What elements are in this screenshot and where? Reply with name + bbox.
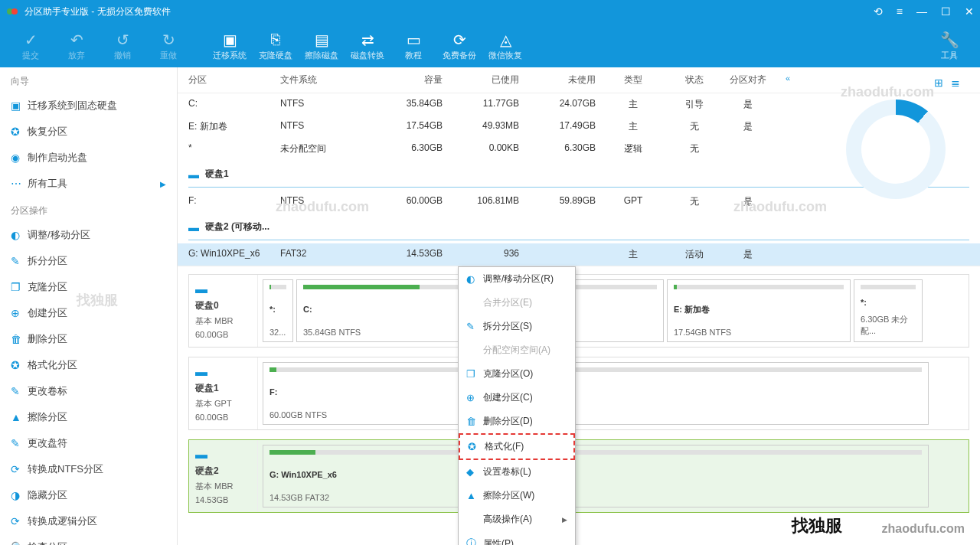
visual-partition[interactable]: G: Win10XPE_x614.53GB FAT32 (263, 445, 929, 507)
ctx-icon: ⊕ (466, 392, 483, 403)
col-header: 已使用 (449, 73, 525, 86)
list-view-icon[interactable]: ≣ (951, 77, 960, 89)
disk-icon: ▬ (195, 365, 207, 378)
visual-disk-1[interactable]: ▬硬盘1基本 GPT60.00GBF:60.00GB NTFS (188, 357, 969, 430)
minimize-icon[interactable]: — (916, 5, 927, 18)
svg-point-1 (11, 8, 18, 15)
visual-partition[interactable]: F:60.00GB NTFS (263, 362, 929, 425)
grid-view-icon[interactable]: ⊞ (934, 77, 943, 89)
op-item-4[interactable]: 🗑删除分区 (0, 326, 177, 352)
op-item-8[interactable]: ✎更改盘符 (0, 430, 177, 456)
tool-5[interactable]: ⎘克隆硬盘 (253, 30, 299, 61)
ctx-icon: ▲ (466, 490, 483, 501)
op-item-6[interactable]: ✎更改卷标 (0, 378, 177, 404)
sidebar-icon: ✎ (11, 385, 28, 397)
tool-icon: ⇄ (361, 30, 374, 50)
sidebar-icon: ⋯ (11, 178, 28, 190)
tool-icon: ↻ (162, 30, 175, 50)
collapse-icon[interactable]: « (786, 73, 790, 86)
op-item-7[interactable]: ▲擦除分区 (0, 404, 177, 430)
context-menu: ◐调整/移动分区(R)合并分区(E)✎拆分分区(S)分配空闲空间(A)❐克隆分区… (458, 266, 576, 545)
usage-donut-chart (835, 100, 957, 222)
tool-8[interactable]: ▭教程 (390, 30, 436, 61)
wizard-item-0[interactable]: ▣迁移系统到固态硬盘 (0, 93, 177, 119)
tool-3[interactable]: ↻重做 (145, 30, 191, 61)
op-item-11[interactable]: ⟳转换成逻辑分区 (0, 508, 177, 534)
tool-icon: ◬ (500, 30, 511, 50)
col-header: 类型 (602, 73, 671, 86)
col-header: 文件系统 (280, 73, 372, 86)
tool-9[interactable]: ⟳免费备份 (436, 30, 482, 61)
visual-disk-0[interactable]: ▬硬盘0基本 MBR60.00GB*:32...C:35.84GB NTFSE:… (188, 274, 969, 348)
sidebar-icon: ⟳ (11, 463, 28, 475)
disk-icon: ▬ (188, 221, 199, 233)
ctx-icon: ◆ (466, 466, 483, 478)
sidebar-icon: ⟳ (11, 515, 28, 527)
tool-icon: ↺ (116, 30, 129, 50)
tool-1[interactable]: ↶放弃 (54, 30, 100, 61)
settings-icon[interactable]: ≡ (897, 5, 903, 18)
app-logo-icon (6, 5, 18, 18)
ctx-item-5[interactable]: ⊕创建分区(C) (459, 386, 575, 410)
op-item-0[interactable]: ◐调整/移动分区 (0, 222, 177, 248)
visual-partition[interactable]: E: 新加卷17.54GB NTFS (667, 279, 851, 342)
table-header: 分区文件系统容量已使用未使用类型状态分区对齐« (178, 67, 980, 93)
table-row[interactable]: G: Win10XPE_x6FAT3214.53GB936主活动是 (178, 243, 980, 266)
ctx-icon: 🗑 (466, 416, 483, 427)
ctx-item-10[interactable]: 高级操作(A)▶ (459, 507, 575, 531)
op-item-10[interactable]: ◑隐藏分区 (0, 482, 177, 508)
disk-icon: ▬ (195, 448, 207, 461)
ctx-item-4[interactable]: ❐克隆分区(O) (459, 362, 575, 386)
wizard-item-2[interactable]: ◉制作启动光盘 (0, 145, 177, 171)
sidebar-section-wizard: 向导 (0, 67, 177, 93)
col-header: 分区对齐 (724, 73, 778, 86)
tool-10[interactable]: ◬微信恢复 (482, 30, 528, 61)
tool-icon: ↶ (70, 30, 83, 50)
sidebar: 向导 ▣迁移系统到固态硬盘✪恢复分区◉制作启动光盘⋯所有工具▶ 分区操作 ◐调整… (0, 67, 178, 545)
tool-6[interactable]: ▤擦除磁盘 (299, 30, 345, 61)
tool-0[interactable]: ✓提交 (8, 30, 54, 61)
ctx-item-2[interactable]: ✎拆分分区(S) (459, 315, 575, 338)
ctx-item-7[interactable]: ✪格式化(F) (459, 433, 575, 460)
op-item-3[interactable]: ⊕创建分区 (0, 300, 177, 326)
op-item-9[interactable]: ⟳转换成NTFS分区 (0, 456, 177, 482)
sidebar-icon: ◑ (11, 489, 28, 501)
visual-partition[interactable]: *:6.30GB 未分配... (854, 279, 923, 342)
visual-partition[interactable]: *:32... (263, 279, 293, 342)
sidebar-icon: ◉ (11, 152, 28, 164)
close-icon[interactable]: ✕ (965, 5, 974, 18)
ctx-icon: ⓘ (466, 537, 483, 545)
sidebar-icon: ⊕ (11, 307, 28, 319)
visual-disk-2[interactable]: ▬硬盘2基本 MBR14.53GBG: Win10XPE_x614.53GB F… (188, 439, 969, 513)
tool-7[interactable]: ⇄磁盘转换 (345, 30, 390, 61)
col-header: 容量 (372, 73, 449, 86)
ctx-item-11[interactable]: ⓘ属性(P) (459, 531, 575, 545)
wizard-item-3[interactable]: ⋯所有工具▶ (0, 171, 177, 197)
ctx-item-6[interactable]: 🗑删除分区(D) (459, 410, 575, 433)
ctx-item-8[interactable]: ◆设置卷标(L) (459, 460, 575, 484)
col-header: 状态 (671, 73, 724, 86)
tool-icon: ▣ (223, 30, 237, 50)
wizard-item-1[interactable]: ✪恢复分区 (0, 119, 177, 145)
op-item-1[interactable]: ✎拆分分区 (0, 248, 177, 274)
titlebar: 分区助手专业版 - 无损分区免费软件 ⟲ ≡ — ☐ ✕ (0, 0, 980, 23)
sidebar-icon: ✪ (11, 126, 28, 138)
ctx-icon: ✎ (466, 321, 483, 332)
refresh-icon[interactable]: ⟲ (874, 5, 883, 18)
tool-2[interactable]: ↺撤销 (100, 30, 145, 61)
ctx-icon: ◐ (466, 273, 483, 285)
tool-icon: ▤ (315, 30, 329, 50)
tool-tools[interactable]: 🔧工具 (926, 30, 972, 61)
ctx-item-0[interactable]: ◐调整/移动分区(R) (459, 267, 575, 291)
tool-icon: ⟳ (453, 30, 466, 50)
wrench-icon: 🔧 (940, 30, 959, 50)
window-title: 分区助手专业版 - 无损分区免费软件 (24, 5, 874, 18)
ctx-item-9[interactable]: ▲擦除分区(W) (459, 484, 575, 507)
disk-visual-area: ▬硬盘0基本 MBR60.00GB*:32...C:35.84GB NTFSE:… (178, 266, 980, 545)
op-item-12[interactable]: 🔍检查分区 (0, 534, 177, 545)
tool-4[interactable]: ▣迁移系统 (207, 30, 253, 61)
op-item-5[interactable]: ✪格式化分区 (0, 352, 177, 378)
maximize-icon[interactable]: ☐ (941, 5, 951, 18)
col-header: 分区 (188, 73, 280, 86)
op-item-2[interactable]: ❐克隆分区 (0, 274, 177, 300)
